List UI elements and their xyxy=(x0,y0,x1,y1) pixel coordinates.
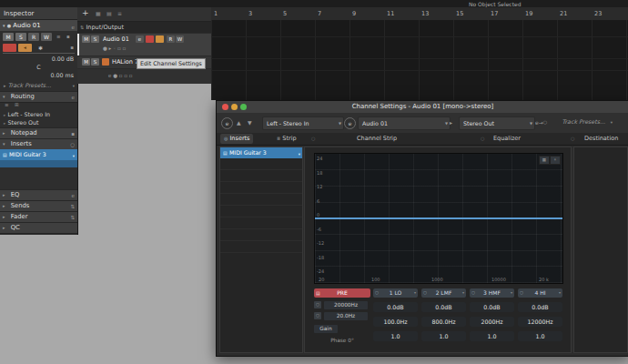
band-q-value[interactable]: 1.0 xyxy=(470,331,514,341)
insert-slot-item[interactable]: ▤ MIDI Guitar 3 ▾ xyxy=(220,147,302,158)
insert-slot-empty[interactable] xyxy=(220,194,302,206)
insert-slot-empty[interactable] xyxy=(220,170,302,182)
track-row-audio[interactable]: M S Audio 01 e R W ● ▸ ◦ ▫ ▫ xyxy=(77,34,211,56)
pan-control[interactable]: C xyxy=(0,64,77,71)
tab-inserts[interactable]: ◎ Inserts xyxy=(220,134,253,144)
panel-toggle-icon[interactable]: ○ xyxy=(311,136,315,141)
write-automation-button[interactable]: W xyxy=(176,35,184,43)
freeze-icon[interactable]: ✱ xyxy=(38,45,43,51)
timeline-grid[interactable] xyxy=(211,20,628,100)
band-freq-value[interactable]: 800.0Hz xyxy=(421,317,466,327)
volume-slider[interactable] xyxy=(3,53,75,54)
solo-button[interactable]: S xyxy=(91,58,99,66)
keyboard-icon[interactable]: ▪ xyxy=(70,45,74,50)
tab-equalizer[interactable]: Equalizer xyxy=(490,134,524,144)
panel-toggle-icon[interactable]: ○ xyxy=(481,136,484,141)
insert-slot-empty[interactable] xyxy=(220,217,302,229)
band-freq-value[interactable]: 2000Hz xyxy=(470,317,514,327)
eq-curve-display[interactable]: 24181260-6-12-18-24 2010010001000020 k ▦… xyxy=(314,153,563,284)
edit-channel-settings-button[interactable]: e xyxy=(136,35,144,43)
output-routing-row[interactable]: ▸ Stereo Out xyxy=(0,118,77,126)
read-automation-button[interactable]: R xyxy=(167,35,175,43)
insert-slot-item[interactable]: ▤ MIDI Guitar 3 ▾ xyxy=(0,149,77,160)
instrument-icon[interactable] xyxy=(102,58,109,66)
window-title-bar[interactable]: Channel Settings - Audio 01 [mono->stere… xyxy=(217,101,628,114)
band-gain-value[interactable]: 0.0dB xyxy=(373,302,418,312)
band-power-icon[interactable]: ○ xyxy=(471,288,475,298)
eq-display-mode-button[interactable]: ▦ xyxy=(539,156,550,165)
band-q-value[interactable]: 1.0 xyxy=(373,331,418,341)
read-automation-button[interactable]: R xyxy=(28,33,39,41)
input-bus-icon[interactable]: ≡ xyxy=(5,102,9,107)
track-name[interactable]: Audio 01 xyxy=(103,35,129,43)
record-enable-button[interactable] xyxy=(146,35,154,43)
insert-slot-empty[interactable] xyxy=(220,182,302,194)
auto-fades-icon[interactable]: ≡ xyxy=(56,34,61,39)
minimize-button[interactable] xyxy=(231,104,238,110)
eq-band-header[interactable]: ○4 HI▾ xyxy=(518,288,562,298)
zoom-button[interactable] xyxy=(240,104,247,110)
delay-value[interactable]: 0.00 ms xyxy=(51,72,74,78)
monitor-button[interactable] xyxy=(156,35,164,43)
track-presets-menu[interactable]: Track Presets... xyxy=(562,118,605,125)
low-cut-freq-value[interactable]: 20.0Hz xyxy=(324,312,368,320)
band-q-value[interactable]: 1.0 xyxy=(421,331,466,341)
track-name[interactable]: HALion 7 xyxy=(112,58,138,66)
input-routing-row[interactable]: ▸ Left - Stereo In xyxy=(0,110,77,118)
edit-icon[interactable]: e xyxy=(221,117,233,129)
folder-track-row[interactable]: ⇅ Input/Output xyxy=(77,22,211,33)
record-enable-button[interactable] xyxy=(3,44,16,52)
tab-destination[interactable]: Destination xyxy=(581,134,622,144)
solo-button[interactable]: S xyxy=(91,35,99,43)
tab-strip[interactable]: ≣ Strip xyxy=(273,134,300,144)
high-cut-power-button[interactable]: ○ xyxy=(314,301,321,308)
insert-slot-strip[interactable] xyxy=(0,160,77,167)
input-routing-select[interactable]: Left - Stereo In ▼ xyxy=(262,116,344,130)
pre-filters-button[interactable]: ▤ PRE xyxy=(314,288,370,298)
next-channel-icon[interactable]: ▼ xyxy=(248,119,252,126)
monitor-button[interactable]: ◂ xyxy=(18,44,32,52)
eq-band-header[interactable]: ○3 HMF▾ xyxy=(470,288,514,298)
write-automation-button[interactable]: W xyxy=(41,33,52,41)
low-cut-power-button[interactable]: ○ xyxy=(314,312,321,319)
close-button[interactable] xyxy=(222,104,228,110)
insert-slot-empty[interactable] xyxy=(220,206,302,217)
eq-curve-line[interactable] xyxy=(315,217,562,219)
insert-slot-empty[interactable] xyxy=(220,241,302,253)
inspector-track-header[interactable]: ▾ ● Audio 01 e xyxy=(0,20,77,31)
volume-value[interactable]: 0.00 dB xyxy=(52,56,74,62)
mute-button[interactable]: M xyxy=(3,33,14,41)
edit-output-icon[interactable]: e→ xyxy=(535,119,543,126)
insert-slot-empty[interactable] xyxy=(220,229,302,241)
timeline-ruler[interactable]: 135791113151719212325 xyxy=(211,7,628,21)
band-gain-value[interactable]: 0.0dB xyxy=(518,302,562,312)
eq-band-header[interactable]: ○1 LO▾ xyxy=(373,288,418,298)
edit-icon[interactable]: e xyxy=(344,117,356,129)
mute-button[interactable]: M xyxy=(82,35,90,43)
mute-button[interactable]: M xyxy=(82,58,90,66)
band-gain-value[interactable]: 0.0dB xyxy=(470,302,514,312)
track-list-menu-icon[interactable]: ≡ xyxy=(117,10,122,16)
previous-channel-icon[interactable]: ▲ xyxy=(237,119,241,126)
output-bus-icon[interactable]: ⊞ xyxy=(15,102,19,107)
band-gain-value[interactable]: 0.0dB xyxy=(421,302,466,312)
solo-button[interactable]: S xyxy=(15,33,26,41)
band-power-icon[interactable]: ○ xyxy=(520,288,523,298)
output-routing-select[interactable]: Stereo Out ▼ xyxy=(459,116,535,130)
eq-band-header[interactable]: ○2 LMF▾ xyxy=(421,288,466,298)
track-visibility-icon[interactable]: ▦ xyxy=(96,10,101,16)
band-q-value[interactable]: 1.0 xyxy=(518,331,562,341)
insert-slot-empty[interactable] xyxy=(220,158,302,170)
tab-channel-strip[interactable]: Channel Strip xyxy=(353,134,400,144)
pre-gain-label[interactable]: Gain xyxy=(314,325,338,333)
band-power-icon[interactable]: ○ xyxy=(375,288,379,298)
edit-icon[interactable]: ▪ xyxy=(66,34,70,39)
band-freq-value[interactable]: 100.0Hz xyxy=(373,317,418,327)
phase-button[interactable]: Phase 0° xyxy=(314,338,370,343)
inspector-tab[interactable]: Inspector xyxy=(0,7,77,20)
track-filter-icon[interactable]: ▤ xyxy=(106,10,112,16)
track-presets-row[interactable]: ▸ Track Presets... ▾ xyxy=(0,81,77,90)
section-qc[interactable]: ▸ QC xyxy=(0,222,77,234)
panel-toggle-icon[interactable]: ○ xyxy=(571,136,574,141)
eq-settings-button[interactable]: ⚬ xyxy=(550,156,561,165)
